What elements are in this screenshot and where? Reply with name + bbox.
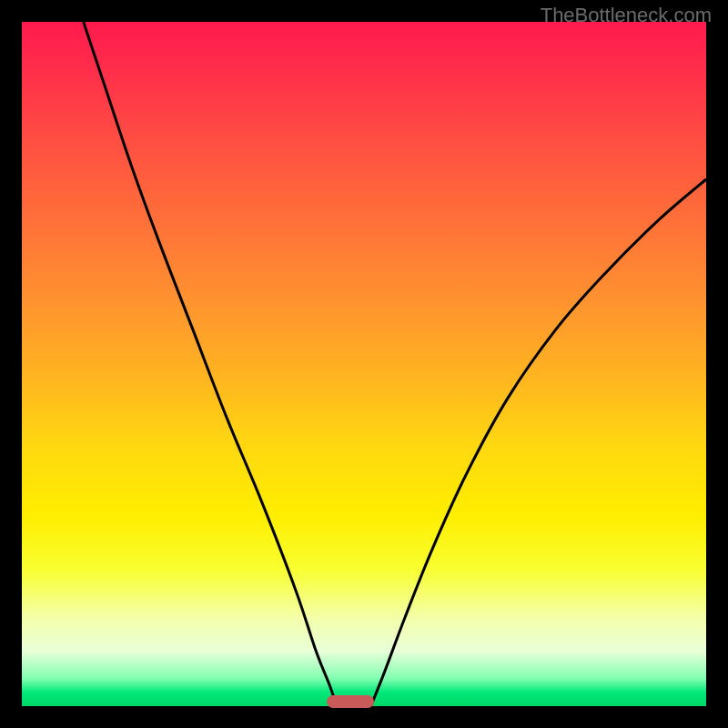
right-curve xyxy=(371,179,706,706)
bottleneck-marker xyxy=(327,695,375,708)
watermark-text: TheBottleneck.com xyxy=(541,4,712,27)
chart-plot-area xyxy=(22,22,706,706)
left-curve xyxy=(84,22,337,706)
curve-overlay xyxy=(22,22,706,706)
